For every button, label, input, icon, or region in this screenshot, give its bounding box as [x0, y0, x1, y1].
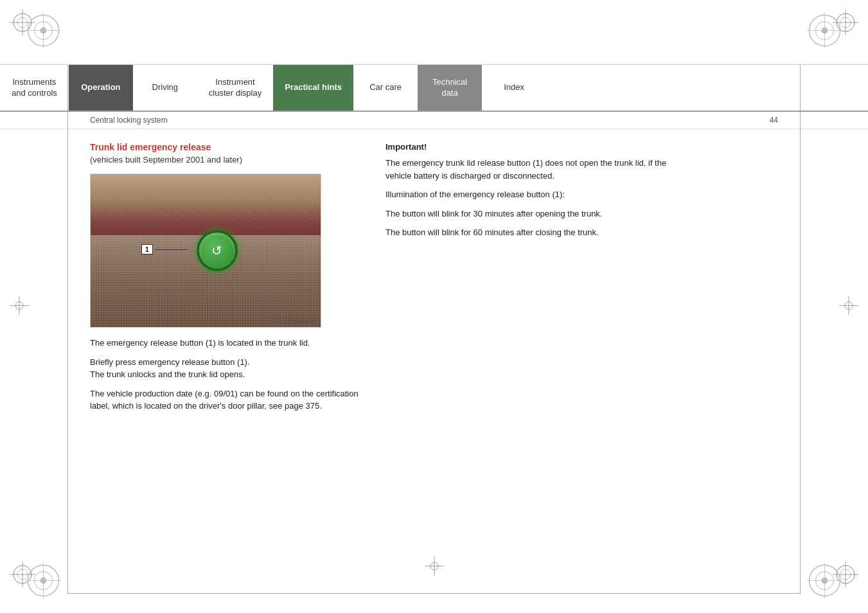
top-right-circle	[807, 13, 842, 50]
right-body-text-4: The button will blink for 60 minutes aft…	[385, 226, 694, 239]
callout-marker-1: 1	[141, 244, 188, 254]
bottom-right-circle	[807, 563, 842, 600]
page-number: 44	[770, 116, 778, 125]
callout-line	[155, 249, 188, 250]
right-body-text-2: Illumination of the emergency release bu…	[385, 188, 694, 201]
breadcrumb-section: Central locking system	[90, 116, 168, 125]
right-body-text-1: The emergency trunk lid release button (…	[385, 157, 694, 182]
right-body-text-3: The button will blink for 30 minutes aft…	[385, 208, 694, 220]
navigation-bar: Instruments and controls Operation Drivi…	[0, 64, 868, 112]
callout-number: 1	[141, 244, 153, 254]
nav-label-operation: Operation	[81, 82, 120, 93]
section-subtitle: (vehicles built September 2001 and later…	[90, 155, 360, 164]
nav-item-operation[interactable]: Operation	[69, 65, 133, 111]
nav-item-instruments[interactable]: Instruments and controls	[0, 65, 69, 111]
nav-item-car-care[interactable]: Car care	[353, 65, 418, 111]
nav-label-technical-data: Technical data	[432, 77, 467, 99]
page-content: Trunk lid emergency release (vehicles bu…	[0, 129, 868, 432]
nav-item-technical-data[interactable]: Technical data	[418, 65, 482, 111]
nav-label-instruments: Instruments and controls	[12, 77, 57, 99]
left-column: Trunk lid emergency release (vehicles bu…	[90, 142, 360, 419]
body-text-2: Briefly press emergency release button (…	[90, 356, 360, 381]
bottom-left-circle	[26, 563, 61, 600]
nav-item-instrument-cluster[interactable]: Instrument cluster display	[197, 65, 273, 111]
top-left-circle	[26, 13, 61, 50]
body-text-1: The emergency release button (1) is loca…	[90, 337, 360, 350]
breadcrumb-area: Central locking system 44	[0, 112, 868, 129]
nav-item-practical-hints[interactable]: Practical hints	[273, 65, 353, 111]
mid-left-crosshair	[10, 296, 29, 317]
emergency-release-button: ↺	[197, 230, 238, 271]
nav-label-driving: Driving	[152, 82, 178, 93]
bottom-center-crosshair	[425, 556, 444, 578]
mid-right-crosshair	[839, 296, 858, 317]
nav-item-driving[interactable]: Driving	[133, 65, 197, 111]
nav-label-index: Index	[504, 82, 524, 93]
image-reference: P80.20-2246-26	[269, 317, 315, 324]
right-column: Important! The emergency trunk lid relea…	[385, 142, 694, 419]
important-heading: Important!	[385, 142, 694, 152]
nav-label-instrument-cluster: Instrument cluster display	[209, 77, 261, 99]
trunk-lid-image: ↺ 1 P80.20-2246-26	[90, 173, 321, 328]
nav-label-car-care: Car care	[369, 82, 402, 93]
nav-label-practical-hints: Practical hints	[285, 82, 342, 93]
section-title: Trunk lid emergency release	[90, 142, 360, 152]
body-text-3: The vehicle production date (e.g. 09/01)…	[90, 387, 360, 413]
nav-item-index[interactable]: Index	[482, 65, 546, 111]
